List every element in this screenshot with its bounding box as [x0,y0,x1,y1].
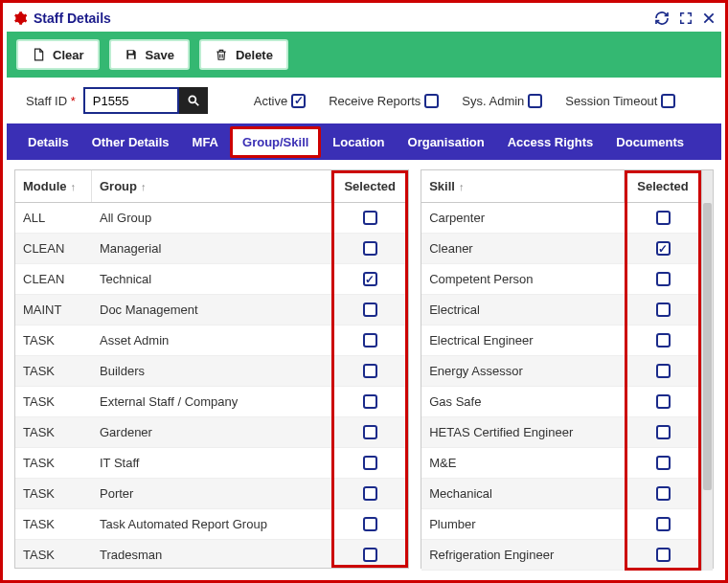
row-checkbox[interactable] [363,456,377,470]
active-checkbox[interactable] [291,94,306,108]
table-row: TASKExternal Staff / Company [15,387,408,417]
row-checkbox[interactable] [363,425,377,439]
row-checkbox[interactable] [656,517,671,531]
col-header-module[interactable]: Module↑ [15,170,92,202]
row-checkbox[interactable] [656,425,671,439]
tab-organisation[interactable]: Organisation [397,125,496,159]
close-icon[interactable] [702,11,716,26]
row-checkbox[interactable] [363,548,377,562]
table-row: Carpenter [421,203,701,234]
cell-module: TASK [15,387,92,416]
cell-skill: Plumber [421,509,625,539]
row-checkbox[interactable] [656,456,671,470]
cell-module: TASK [15,356,92,386]
sys-admin-label: Sys. Admin [462,94,524,108]
receive-reports-label: Receive Reports [329,94,421,108]
search-button[interactable] [179,87,208,114]
cell-selected [331,295,408,325]
delete-button[interactable]: Delete [199,39,288,70]
row-checkbox[interactable] [363,241,377,256]
cell-module: CLEAN [15,234,92,263]
cell-module: MAINT [15,295,92,325]
cell-group: Builders [92,356,331,386]
row-checkbox[interactable] [363,394,377,409]
group-panel: Module↑ Group↑ Selected ALLAll GroupCLEA… [14,169,409,569]
table-row: Mechanical [421,479,701,509]
table-row: TASKTask Automated Report Group [15,509,408,540]
staff-id-input[interactable] [83,87,179,114]
row-checkbox[interactable] [656,241,671,256]
save-icon [125,48,138,61]
row-checkbox[interactable] [656,548,671,562]
col-header-skill[interactable]: Skill↑ [421,170,625,202]
row-checkbox[interactable] [656,364,671,378]
cell-skill: Competent Person [421,264,625,294]
row-checkbox[interactable] [363,333,377,348]
save-button[interactable]: Save [109,39,190,70]
row-checkbox[interactable] [656,211,671,225]
tab-other-details[interactable]: Other Details [80,125,181,159]
tab-documents[interactable]: Documents [604,125,695,159]
table-row: M&E [421,448,701,479]
row-checkbox[interactable] [363,211,377,225]
tab-access-rights[interactable]: Access Rights [496,125,605,159]
refresh-icon[interactable] [654,11,670,26]
table-row: TASKTradesman [15,540,408,568]
cell-selected [625,203,701,233]
cell-selected [331,325,408,355]
row-checkbox[interactable] [363,517,377,531]
staff-id-label: Staff ID * [26,94,76,108]
row-checkbox[interactable] [363,272,377,286]
sys-admin-checkbox[interactable] [528,94,542,108]
clear-button[interactable]: Clear [16,39,100,70]
cell-module: TASK [15,448,92,478]
cell-selected [625,325,701,355]
scrollbar[interactable] [701,170,713,571]
receive-reports-checkbox[interactable] [424,94,439,108]
col-header-group[interactable]: Group↑ [92,170,331,202]
cell-skill: Refrigeration Engineer [421,540,625,570]
cell-group: Managerial [92,234,331,263]
cell-selected [625,448,701,478]
table-row: HETAS Certified Engineer [421,417,701,448]
session-timeout-checkbox[interactable] [661,94,675,108]
tab-location[interactable]: Location [321,125,396,159]
table-row: Energy Assessor [421,356,701,387]
row-checkbox[interactable] [656,486,671,501]
cell-selected [625,264,701,294]
sort-asc-icon: ↑ [141,181,147,192]
cell-selected [625,295,701,325]
table-row: TASKBuilders [15,356,408,387]
cell-selected [331,479,408,508]
row-checkbox[interactable] [656,333,671,348]
cell-group: Task Automated Report Group [92,509,331,539]
session-timeout-label: Session Timeout [565,94,657,108]
table-row: Competent Person [421,264,701,295]
cell-selected [331,264,408,294]
col-header-selected[interactable]: Selected [625,170,701,202]
cell-skill: Electrical [421,295,625,325]
svg-point-2 [189,96,195,102]
tab-mfa[interactable]: MFA [181,125,230,159]
delete-label: Delete [236,48,273,62]
row-checkbox[interactable] [656,272,671,286]
active-label: Active [254,94,287,108]
cell-selected [331,448,408,478]
row-checkbox[interactable] [363,303,377,317]
scrollbar-thumb[interactable] [703,203,712,490]
col-header-selected[interactable]: Selected [331,170,408,202]
row-checkbox[interactable] [363,364,377,378]
row-checkbox[interactable] [363,486,377,501]
row-checkbox[interactable] [656,303,671,317]
cell-group: Asset Admin [92,325,331,355]
filter-row: Staff ID * Active Receive Reports Sys. A… [7,78,721,123]
row-checkbox[interactable] [656,394,671,409]
cell-selected [625,540,701,570]
cell-group: IT Staff [92,448,331,478]
tab-details[interactable]: Details [16,125,80,159]
tab-group-skill[interactable]: Group/Skill [230,126,321,158]
cell-module: TASK [15,479,92,508]
fullscreen-icon[interactable] [679,11,693,26]
tab-bar: DetailsOther DetailsMFAGroup/SkillLocati… [7,123,721,160]
svg-rect-0 [128,51,133,54]
